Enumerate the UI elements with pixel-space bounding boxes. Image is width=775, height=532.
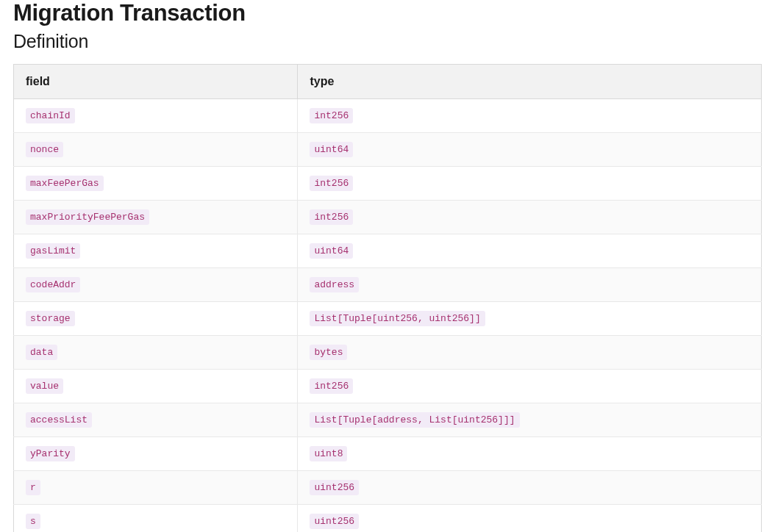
type-code: List[Tuple[address, List[uint256]]] bbox=[310, 412, 519, 428]
table-row: yParityuint8 bbox=[14, 437, 762, 471]
table-row: valueint256 bbox=[14, 370, 762, 403]
table-row: storageList[Tuple[uint256, uint256]] bbox=[14, 302, 762, 336]
type-code: uint64 bbox=[310, 142, 353, 157]
table-row: nonceuint64 bbox=[14, 133, 762, 167]
page-title: Migration Transaction bbox=[13, 0, 762, 26]
table-cell-field: data bbox=[14, 336, 298, 370]
table-cell-type: int256 bbox=[298, 370, 762, 403]
table-cell-type: List[Tuple[address, List[uint256]]] bbox=[298, 403, 762, 437]
field-code: maxPriorityFeePerGas bbox=[26, 209, 149, 225]
table-row: databytes bbox=[14, 336, 762, 370]
field-code: yParity bbox=[26, 446, 75, 461]
table-cell-field: value bbox=[14, 370, 298, 403]
table-cell-type: int256 bbox=[298, 99, 762, 133]
field-code: value bbox=[26, 378, 63, 394]
section-subtitle: Definition bbox=[13, 31, 762, 52]
table-cell-type: uint256 bbox=[298, 505, 762, 533]
table-cell-field: nonce bbox=[14, 133, 298, 167]
type-code: uint8 bbox=[310, 446, 347, 461]
table-cell-type: uint64 bbox=[298, 133, 762, 167]
table-cell-field: accessList bbox=[14, 403, 298, 437]
table-row: suint256 bbox=[14, 505, 762, 533]
table-cell-type: int256 bbox=[298, 201, 762, 234]
table-row: ruint256 bbox=[14, 471, 762, 505]
table-cell-field: maxPriorityFeePerGas bbox=[14, 201, 298, 234]
definition-table: field type chainIdint256nonceuint64maxFe… bbox=[13, 64, 762, 532]
field-code: nonce bbox=[26, 142, 63, 157]
type-code: int256 bbox=[310, 108, 353, 123]
table-header-row: field type bbox=[14, 65, 762, 99]
table-header-field: field bbox=[14, 65, 298, 99]
table-header-type: type bbox=[298, 65, 762, 99]
field-code: codeAddr bbox=[26, 277, 80, 292]
table-cell-type: bytes bbox=[298, 336, 762, 370]
field-code: data bbox=[26, 345, 57, 360]
type-code: int256 bbox=[310, 176, 353, 191]
table-cell-type: int256 bbox=[298, 167, 762, 201]
table-cell-type: List[Tuple[uint256, uint256]] bbox=[298, 302, 762, 336]
table-row: maxFeePerGasint256 bbox=[14, 167, 762, 201]
table-cell-type: uint256 bbox=[298, 471, 762, 505]
table-cell-field: s bbox=[14, 505, 298, 533]
field-code: s bbox=[26, 514, 40, 529]
table-row: accessListList[Tuple[address, List[uint2… bbox=[14, 403, 762, 437]
type-code: uint256 bbox=[310, 514, 359, 529]
type-code: int256 bbox=[310, 209, 353, 225]
field-code: accessList bbox=[26, 412, 92, 428]
table-cell-type: uint64 bbox=[298, 234, 762, 268]
table-cell-field: storage bbox=[14, 302, 298, 336]
field-code: maxFeePerGas bbox=[26, 176, 104, 191]
field-code: storage bbox=[26, 311, 75, 326]
table-row: gasLimituint64 bbox=[14, 234, 762, 268]
type-code: address bbox=[310, 277, 359, 292]
table-cell-field: gasLimit bbox=[14, 234, 298, 268]
table-cell-field: maxFeePerGas bbox=[14, 167, 298, 201]
field-code: chainId bbox=[26, 108, 75, 123]
type-code: List[Tuple[uint256, uint256]] bbox=[310, 311, 485, 326]
table-cell-type: uint8 bbox=[298, 437, 762, 471]
field-code: gasLimit bbox=[26, 243, 80, 259]
table-cell-field: yParity bbox=[14, 437, 298, 471]
table-row: maxPriorityFeePerGasint256 bbox=[14, 201, 762, 234]
type-code: uint64 bbox=[310, 243, 353, 259]
type-code: int256 bbox=[310, 378, 353, 394]
table-cell-field: chainId bbox=[14, 99, 298, 133]
table-row: codeAddraddress bbox=[14, 268, 762, 302]
type-code: bytes bbox=[310, 345, 347, 360]
table-cell-type: address bbox=[298, 268, 762, 302]
table-row: chainIdint256 bbox=[14, 99, 762, 133]
table-cell-field: codeAddr bbox=[14, 268, 298, 302]
type-code: uint256 bbox=[310, 480, 359, 495]
field-code: r bbox=[26, 480, 40, 495]
table-cell-field: r bbox=[14, 471, 298, 505]
